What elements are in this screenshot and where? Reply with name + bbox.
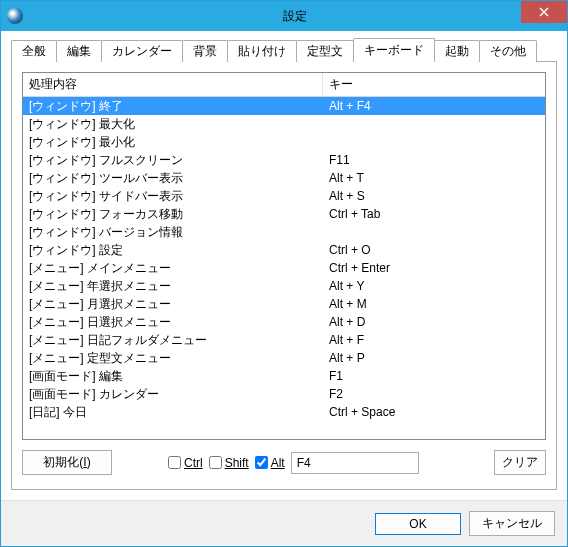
- row-key: Ctrl + O: [323, 243, 545, 257]
- row-key: Alt + F: [323, 333, 545, 347]
- row-action: [ウィンドウ] 設定: [23, 242, 323, 259]
- table-row[interactable]: [メニュー] 年選択メニューAlt + Y: [23, 277, 545, 295]
- row-action: [ウィンドウ] 最大化: [23, 116, 323, 133]
- row-action: [ウィンドウ] フルスクリーン: [23, 152, 323, 169]
- cancel-button[interactable]: キャンセル: [469, 511, 555, 536]
- row-key: Alt + T: [323, 171, 545, 185]
- tab-2[interactable]: カレンダー: [101, 40, 183, 62]
- table-row[interactable]: [メニュー] メインメニューCtrl + Enter: [23, 259, 545, 277]
- row-key: Ctrl + Space: [323, 405, 545, 419]
- tab-7[interactable]: 起動: [434, 40, 480, 62]
- shortcut-list: 処理内容 キー [ウィンドウ] 終了Alt + F4[ウィンドウ] 最大化[ウィ…: [22, 72, 546, 440]
- clear-button[interactable]: クリア: [494, 450, 546, 475]
- row-key: F2: [323, 387, 545, 401]
- table-row[interactable]: [画面モード] カレンダーF2: [23, 385, 545, 403]
- table-row[interactable]: [ウィンドウ] 終了Alt + F4: [23, 97, 545, 115]
- initialize-label-suffix: ): [87, 455, 91, 469]
- row-action: [メニュー] 日記フォルダメニュー: [23, 332, 323, 349]
- edit-bar: 初期化(I) Ctrl Shift Alt クリア: [22, 450, 546, 475]
- column-header-key[interactable]: キー: [323, 73, 545, 96]
- app-icon: [7, 8, 23, 24]
- row-key: Alt + F4: [323, 99, 545, 113]
- tab-panel-keyboard: 処理内容 キー [ウィンドウ] 終了Alt + F4[ウィンドウ] 最大化[ウィ…: [11, 61, 557, 490]
- row-key: Alt + Y: [323, 279, 545, 293]
- ctrl-checkbox-label: Ctrl: [184, 456, 203, 470]
- tab-0[interactable]: 全般: [11, 40, 57, 62]
- close-icon: [539, 7, 549, 17]
- tab-1[interactable]: 編集: [56, 40, 102, 62]
- initialize-button[interactable]: 初期化(I): [22, 450, 112, 475]
- dialog-buttons: OK キャンセル: [1, 500, 567, 546]
- column-header-action[interactable]: 処理内容: [23, 73, 323, 96]
- ok-button[interactable]: OK: [375, 513, 461, 535]
- table-row[interactable]: [メニュー] 日選択メニューAlt + D: [23, 313, 545, 331]
- row-key: Ctrl + Tab: [323, 207, 545, 221]
- alt-checkbox-label: Alt: [271, 456, 285, 470]
- row-action: [メニュー] 日選択メニュー: [23, 314, 323, 331]
- window-title: 設定: [23, 8, 567, 25]
- row-action: [ウィンドウ] フォーカス移動: [23, 206, 323, 223]
- row-key: Alt + D: [323, 315, 545, 329]
- table-row[interactable]: [ウィンドウ] フルスクリーンF11: [23, 151, 545, 169]
- table-row[interactable]: [ウィンドウ] フォーカス移動Ctrl + Tab: [23, 205, 545, 223]
- row-action: [日記] 今日: [23, 404, 323, 421]
- table-row[interactable]: [日記] 今日Ctrl + Space: [23, 403, 545, 421]
- close-button[interactable]: [521, 1, 567, 23]
- key-input[interactable]: [291, 452, 419, 474]
- alt-checkbox[interactable]: Alt: [255, 456, 285, 470]
- shift-checkbox[interactable]: Shift: [209, 456, 249, 470]
- row-action: [ウィンドウ] 最小化: [23, 134, 323, 151]
- alt-checkbox-input[interactable]: [255, 456, 268, 469]
- tab-3[interactable]: 背景: [182, 40, 228, 62]
- row-action: [画面モード] カレンダー: [23, 386, 323, 403]
- row-action: [ウィンドウ] バージョン情報: [23, 224, 323, 241]
- tab-5[interactable]: 定型文: [296, 40, 354, 62]
- row-key: Ctrl + Enter: [323, 261, 545, 275]
- row-action: [メニュー] メインメニュー: [23, 260, 323, 277]
- tab-8[interactable]: その他: [479, 40, 537, 62]
- list-header: 処理内容 キー: [23, 73, 545, 97]
- row-key: Alt + M: [323, 297, 545, 311]
- row-action: [ウィンドウ] サイドバー表示: [23, 188, 323, 205]
- ctrl-checkbox[interactable]: Ctrl: [168, 456, 203, 470]
- row-key: Alt + P: [323, 351, 545, 365]
- tab-6[interactable]: キーボード: [353, 38, 435, 62]
- row-action: [メニュー] 定型文メニュー: [23, 350, 323, 367]
- table-row[interactable]: [画面モード] 編集F1: [23, 367, 545, 385]
- row-action: [ウィンドウ] 終了: [23, 98, 323, 115]
- table-row[interactable]: [ウィンドウ] 最小化: [23, 133, 545, 151]
- client-area: 全般編集カレンダー背景貼り付け定型文キーボード起動その他 処理内容 キー [ウィ…: [1, 31, 567, 500]
- table-row[interactable]: [ウィンドウ] サイドバー表示Alt + S: [23, 187, 545, 205]
- table-row[interactable]: [ウィンドウ] 最大化: [23, 115, 545, 133]
- titlebar: 設定: [1, 1, 567, 31]
- shift-checkbox-label: Shift: [225, 456, 249, 470]
- table-row[interactable]: [メニュー] 定型文メニューAlt + P: [23, 349, 545, 367]
- row-action: [メニュー] 月選択メニュー: [23, 296, 323, 313]
- row-action: [メニュー] 年選択メニュー: [23, 278, 323, 295]
- initialize-label-prefix: 初期化(: [43, 455, 83, 469]
- table-row[interactable]: [メニュー] 月選択メニューAlt + M: [23, 295, 545, 313]
- tabstrip: 全般編集カレンダー背景貼り付け定型文キーボード起動その他: [11, 39, 557, 61]
- list-body[interactable]: [ウィンドウ] 終了Alt + F4[ウィンドウ] 最大化[ウィンドウ] 最小化…: [23, 97, 545, 439]
- table-row[interactable]: [ウィンドウ] 設定Ctrl + O: [23, 241, 545, 259]
- ctrl-checkbox-input[interactable]: [168, 456, 181, 469]
- shift-checkbox-input[interactable]: [209, 456, 222, 469]
- row-action: [ウィンドウ] ツールバー表示: [23, 170, 323, 187]
- settings-dialog: 設定 全般編集カレンダー背景貼り付け定型文キーボード起動その他 処理内容 キー …: [0, 0, 568, 547]
- row-key: F1: [323, 369, 545, 383]
- table-row[interactable]: [メニュー] 日記フォルダメニューAlt + F: [23, 331, 545, 349]
- table-row[interactable]: [ウィンドウ] ツールバー表示Alt + T: [23, 169, 545, 187]
- row-action: [画面モード] 編集: [23, 368, 323, 385]
- row-key: Alt + S: [323, 189, 545, 203]
- tab-4[interactable]: 貼り付け: [227, 40, 297, 62]
- row-key: F11: [323, 153, 545, 167]
- table-row[interactable]: [ウィンドウ] バージョン情報: [23, 223, 545, 241]
